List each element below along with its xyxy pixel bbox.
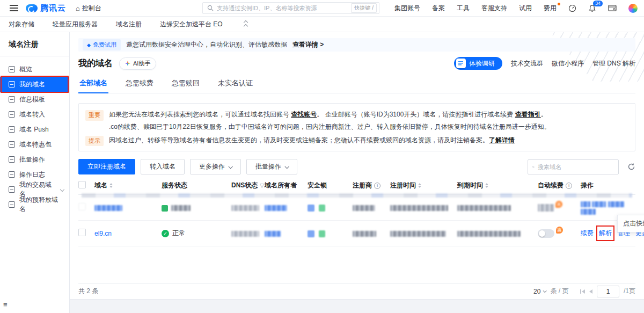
menu-support[interactable]: 客服支持 (481, 4, 507, 13)
domain-search-input[interactable] (538, 164, 614, 170)
ai-assistant-button[interactable]: AI助手 (119, 57, 156, 70)
sidebar-collapse-icon[interactable]: ≡ (3, 301, 8, 309)
tab-not-verified[interactable]: 未实名认证 (217, 76, 254, 93)
notification-bell-icon[interactable]: 34 (588, 4, 596, 12)
lock-icon (308, 230, 314, 237)
menu-trial[interactable]: 试用 (519, 4, 532, 13)
billing-notification-dot (558, 3, 560, 5)
status-text: 正常 (172, 229, 185, 237)
sidebar-item-overview[interactable]: 概览 (0, 62, 69, 77)
my-domains-icon (9, 81, 15, 88)
page-size-select[interactable]: 20 (533, 288, 546, 295)
censor-mosaic-strip (82, 193, 632, 198)
sidebar-title: 域名注册 (0, 32, 69, 56)
tencent-cloud-logo[interactable]: 腾讯云 (26, 3, 66, 13)
top-menu: 集团账号 备案 工具 客服支持 试用 费用 34 (394, 4, 638, 13)
workbench-icon[interactable] (608, 4, 617, 12)
global-search-input[interactable] (217, 5, 348, 11)
search-icon (532, 164, 535, 170)
register-domain-button[interactable]: 立即注册域名 (78, 159, 135, 174)
logo-text: 腾讯云 (40, 3, 66, 13)
menu-beian[interactable]: 备案 (432, 4, 445, 13)
table-row-censored[interactable]: 惠 (78, 195, 635, 221)
bottom-strip (70, 299, 644, 313)
survey-button[interactable]: 体验调研 (454, 57, 502, 70)
banner-details-link[interactable]: 查看详情 > (292, 40, 324, 49)
sidebar-item-my-domains[interactable]: 我的域名 (0, 77, 69, 92)
nav-item-cos[interactable]: 对象存储 (9, 20, 34, 29)
survey-doc-icon (456, 59, 466, 68)
page-header: 我的域名 AI助手 体验调研 技术交流群 微信小程序 管理 DNS 解析 (78, 57, 635, 70)
page-number-input[interactable] (597, 286, 619, 297)
batch-actions-button[interactable]: 批量操作 (246, 159, 297, 174)
sidebar-item-transfer-in[interactable]: 域名转入 (0, 107, 69, 122)
chevron-down-icon (284, 164, 289, 169)
menu-group-account[interactable]: 集团账号 (394, 4, 420, 13)
censored-reg-time (390, 231, 446, 237)
chevron-down-icon (60, 187, 64, 192)
censored-toggle (538, 204, 554, 212)
hamburger-menu-icon[interactable] (10, 5, 18, 11)
sidebar-item-pre-release-domains[interactable]: 我的预释放域名 (0, 197, 69, 212)
row-checkbox[interactable] (78, 229, 86, 236)
dns-resolve-link[interactable]: 解析 (599, 229, 612, 237)
sidebar-item-info-template[interactable]: 信息模板 (0, 92, 69, 107)
info-icon[interactable]: i (374, 183, 380, 189)
auto-renew-toggle[interactable] (538, 229, 554, 238)
first-page-button[interactable] (580, 289, 585, 294)
tab-all-domains[interactable]: 全部域名 (78, 76, 108, 93)
nav-item-lighthouse[interactable]: 轻量应用服务器 (53, 20, 98, 29)
more-actions-button[interactable]: 更多操作 (190, 159, 241, 174)
censored-registrar (353, 205, 375, 211)
dashboard-icon[interactable] (568, 4, 576, 12)
info-icon[interactable]: i (566, 183, 572, 189)
per-page-label: 条 / 页 (550, 287, 568, 296)
censored-expire-time (457, 231, 521, 237)
manage-dns-link[interactable]: 管理 DNS 解析 (592, 59, 635, 68)
pre-release-domains-icon (9, 201, 15, 208)
transfer-domain-button[interactable]: 转入域名 (141, 159, 185, 174)
tab-need-renewal[interactable]: 急需续费 (125, 76, 155, 93)
sidebar-item-domain-package[interactable]: 域名特惠包 (0, 137, 69, 152)
operation-log-icon (9, 171, 15, 178)
view-guide-link[interactable]: 查看指引 (515, 111, 541, 118)
select-all-checkbox[interactable] (78, 181, 86, 188)
table-row-el9cn[interactable]: el9.cn ✓正常 惠 续费 解析 管理 (78, 221, 635, 246)
page-title: 我的域名 (78, 58, 113, 69)
nav-item-domain[interactable]: 域名注册 (116, 20, 142, 29)
sort-icon[interactable] (485, 183, 488, 188)
collapse-nav-icon[interactable] (244, 21, 247, 28)
sort-icon[interactable] (418, 183, 421, 188)
tab-need-redeem[interactable]: 急需赎回 (171, 76, 201, 93)
filter-icon[interactable]: ▽ (260, 183, 264, 188)
learn-more-link[interactable]: 了解详情 (489, 136, 515, 144)
censored-op (581, 201, 590, 207)
domain-search-box[interactable] (528, 159, 619, 174)
export-tooltip: 点击快速导出 (617, 215, 644, 232)
tech-group-link[interactable]: 技术交流群 (511, 59, 543, 68)
sort-icon[interactable] (109, 183, 113, 188)
sidebar-item-domain-push[interactable]: 域名 Push (0, 122, 69, 137)
tencent-cloud-console: 腾讯云 ⌂ 控制台 快捷键 / 集团账号 备案 工具 客服支持 试用 费用 34 (0, 0, 644, 313)
find-account-link[interactable]: 查找账号 (291, 111, 317, 118)
row-checkbox[interactable] (78, 203, 86, 210)
domain-link[interactable]: el9.cn (94, 230, 112, 237)
renew-link[interactable]: 续费 (581, 229, 594, 238)
sidebar-item-operation-log[interactable]: 操作日志 (0, 167, 69, 182)
console-link[interactable]: ⌂ 控制台 (76, 4, 101, 13)
censored-status (171, 205, 191, 211)
nav-item-eo[interactable]: 边缘安全加速平台 EO (160, 20, 223, 29)
censored-dns-status (231, 205, 259, 211)
sidebar-item-batch-operation[interactable]: 批量操作 (0, 152, 69, 167)
refresh-icon[interactable] (627, 163, 635, 171)
sidebar-item-trading-domains[interactable]: 我的交易域名 (0, 182, 69, 197)
user-avatar[interactable] (628, 4, 638, 13)
menu-billing[interactable]: 费用 (544, 4, 557, 13)
sidebar: 域名注册 概览 我的域名 信息模板 域名转入 域名 Push 域名特惠包 批量操… (0, 32, 70, 313)
censored-reg-time (390, 205, 448, 211)
free-trial-badge[interactable]: ◆免费试用 (83, 39, 121, 50)
menu-tools[interactable]: 工具 (457, 4, 470, 13)
global-search[interactable]: 快捷键 / (202, 2, 379, 14)
wechat-miniapp-link[interactable]: 微信小程序 (552, 59, 584, 68)
prev-page-button[interactable] (589, 289, 592, 294)
